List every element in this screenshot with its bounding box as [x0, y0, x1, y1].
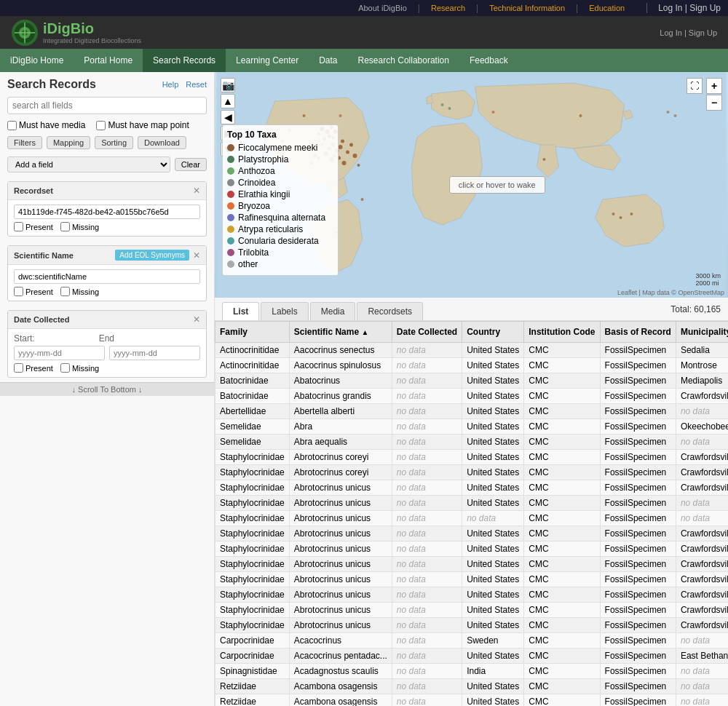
col-basis-of-record[interactable]: Basis of Record — [600, 322, 676, 343]
technical-info-link[interactable]: Technical Information — [489, 4, 565, 12]
date-range-inputs — [14, 346, 200, 360]
date-end-input[interactable] — [109, 346, 200, 360]
eol-button[interactable]: Add EOL Synonyms — [115, 250, 189, 261]
scientific-name-missing-checkbox[interactable] — [60, 287, 70, 296]
top-bar: About iDigBio | Research | Technical Inf… — [0, 0, 728, 16]
col-country[interactable]: Country — [462, 322, 524, 343]
no-data-cell: no data — [462, 511, 524, 526]
tab-labels[interactable]: Labels — [261, 302, 308, 320]
recordset-present-checkbox[interactable] — [14, 222, 23, 231]
filters-button[interactable]: Filters — [7, 136, 42, 149]
nav-search-records[interactable]: Search Records — [143, 49, 226, 72]
clear-button[interactable]: Clear — [175, 158, 207, 171]
no-data-cell: no data — [392, 557, 462, 572]
must-have-media-checkbox[interactable] — [7, 121, 17, 130]
table-cell: Crawfordsville — [676, 557, 728, 572]
scientific-name-input[interactable] — [14, 269, 200, 284]
logo-text: iDigBio — [43, 20, 141, 37]
map-container[interactable]: 📷 ▲ ◀ ▶ ▼ + − ⛶ click or hover to wake T… — [215, 72, 728, 298]
date-collected-close-icon[interactable]: ✕ — [193, 314, 200, 325]
map-nav-up[interactable]: ▲ — [221, 94, 235, 108]
table-cell: United States — [462, 649, 524, 664]
date-collected-field-content: Start: End Present Missing — [8, 329, 206, 377]
table-cell: United States — [462, 496, 524, 511]
col-institution-code[interactable]: Institution Code — [524, 322, 600, 343]
map-zoom-in[interactable]: + — [706, 78, 722, 94]
col-date-collected[interactable]: Date Collected — [392, 322, 462, 343]
table-cell: Mediapolis — [676, 373, 728, 389]
date-present-label[interactable]: Present — [14, 363, 53, 373]
date-collected-field-card: Date Collected ✕ Start: End Present — [7, 310, 207, 378]
map-zoom-out[interactable]: − — [706, 95, 722, 111]
nav-data[interactable]: Data — [309, 49, 347, 72]
date-present-checkbox[interactable] — [14, 363, 23, 373]
legend-label: Conularia desiderata — [238, 236, 319, 246]
right-area: 📷 ▲ ◀ ▶ ▼ + − ⛶ click or hover to wake T… — [215, 72, 728, 706]
recordset-missing-checkbox[interactable] — [60, 222, 70, 231]
nav-research-collaboration[interactable]: Research Collaboration — [348, 49, 459, 72]
tab-media[interactable]: Media — [310, 302, 356, 320]
table-cell: Abrotocrinus coreyi — [289, 450, 392, 465]
legend-label: Platystrophia — [238, 154, 288, 164]
map-nav-left[interactable]: ◀ — [221, 110, 235, 124]
recordset-present-missing: Present Missing — [14, 222, 200, 231]
table-container[interactable]: Family Scientific Name ▲ Date Collected … — [215, 321, 728, 706]
table-cell: FossilSpecimen — [600, 389, 676, 404]
svg-point-10 — [339, 145, 343, 149]
about-idigbio-link[interactable]: About iDigBio — [358, 4, 407, 12]
svg-point-43 — [579, 114, 582, 117]
search-input[interactable] — [7, 97, 207, 114]
must-have-map-point-checkbox[interactable] — [96, 121, 106, 130]
recordset-missing-label[interactable]: Missing — [60, 222, 99, 231]
scroll-to-bottom-button[interactable]: ↓ Scroll To Bottom ↓ — [0, 382, 214, 396]
scale-mi: 2000 mi — [695, 279, 721, 287]
must-have-media-label[interactable]: Must have media — [7, 120, 85, 130]
must-have-map-point-label[interactable]: Must have map point — [96, 120, 189, 130]
table-row: CarpocrinidaeAcacocrinusno dataSwedenCMC… — [215, 633, 729, 649]
download-button[interactable]: Download — [138, 136, 186, 149]
reset-link[interactable]: Reset — [186, 80, 207, 89]
mapping-button[interactable]: Mapping — [47, 136, 90, 149]
col-municipality[interactable]: Municipality — [676, 322, 728, 343]
table-cell: Acambona osagensis — [289, 694, 392, 707]
date-start-input[interactable] — [14, 346, 105, 360]
col-family[interactable]: Family — [215, 322, 290, 343]
legend-dot — [227, 214, 234, 221]
add-field-select[interactable]: Add a field — [7, 156, 170, 172]
results-tbody: ActinocrinitidaeAacocrinus senectusno da… — [215, 343, 729, 707]
table-cell: Staphylocrinidae — [215, 572, 290, 587]
scientific-name-field-card: Scientific Name Add EOL Synonyms ✕ Prese… — [7, 245, 207, 301]
search-box-container — [7, 97, 207, 114]
nav-portal-home[interactable]: Portal Home — [74, 49, 143, 72]
table-cell: Staphylocrinidae — [215, 480, 290, 496]
sorting-button[interactable]: Sorting — [95, 136, 133, 149]
nav-feedback[interactable]: Feedback — [459, 49, 518, 72]
col-scientific-name[interactable]: Scientific Name ▲ — [289, 322, 392, 343]
tab-list[interactable]: List — [222, 302, 259, 320]
nav-idigbio-home[interactable]: iDigBio Home — [0, 49, 74, 72]
table-cell: United States — [462, 465, 524, 480]
scientific-name-present-label[interactable]: Present — [14, 287, 53, 296]
date-missing-checkbox[interactable] — [60, 363, 70, 373]
scientific-name-close-icon[interactable]: ✕ — [193, 250, 200, 261]
scientific-name-missing-label[interactable]: Missing — [60, 287, 99, 296]
date-missing-label[interactable]: Missing — [60, 363, 99, 373]
no-data-cell: no data — [676, 404, 728, 419]
research-link[interactable]: Research — [431, 4, 465, 12]
tab-recordsets[interactable]: Recordsets — [357, 302, 423, 320]
map-camera-button[interactable]: 📷 — [221, 78, 235, 92]
map-fullscreen-button[interactable]: ⛶ — [687, 78, 703, 94]
help-link[interactable]: Help — [162, 80, 179, 89]
nav-learning-center[interactable]: Learning Center — [226, 49, 309, 72]
recordset-present-label[interactable]: Present — [14, 222, 53, 231]
table-cell: FossilSpecimen — [600, 358, 676, 373]
no-data-cell: no data — [392, 465, 462, 480]
table-row: SemelidaeAbra aequalisno dataUnited Stat… — [215, 435, 729, 450]
education-link[interactable]: Education — [589, 4, 625, 12]
recordset-input[interactable] — [14, 205, 200, 219]
no-data-cell: no data — [676, 511, 728, 526]
scientific-name-present-checkbox[interactable] — [14, 287, 23, 296]
search-panel-header: Search Records Help Reset — [0, 72, 214, 94]
recordset-close-icon[interactable]: ✕ — [193, 186, 200, 196]
table-cell: Actinocrinitidae — [215, 358, 290, 373]
